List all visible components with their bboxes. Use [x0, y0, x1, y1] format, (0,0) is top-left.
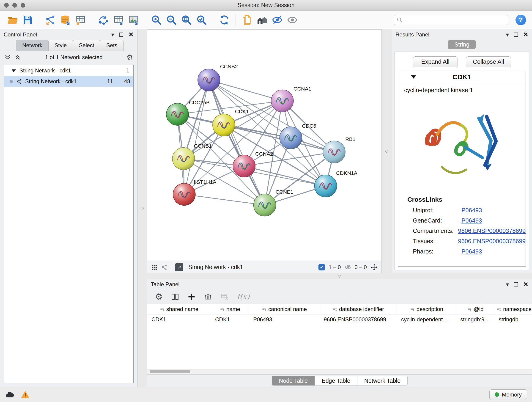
tab-select[interactable]: Select	[73, 40, 100, 51]
panel-close-icon[interactable]: ✕	[523, 281, 528, 288]
zoom-fit-button[interactable]	[180, 13, 193, 27]
search-input[interactable]	[405, 17, 505, 23]
apply-layout-button[interactable]	[218, 13, 231, 27]
export-image-button[interactable]	[127, 13, 140, 27]
function-builder-icon[interactable]: f(x)	[237, 293, 249, 301]
home-button[interactable]	[255, 13, 269, 27]
table-cell[interactable]: 9606.ENSP00000378699	[320, 314, 397, 325]
hide-selected-button[interactable]	[271, 13, 284, 27]
open-document-button[interactable]	[240, 13, 254, 27]
panel-float-icon[interactable]	[514, 32, 518, 37]
panel-float-icon[interactable]	[514, 282, 518, 287]
panel-close-icon[interactable]: ✕	[128, 31, 133, 38]
network-row-selected[interactable]: String Network - cdk1 11 48	[4, 76, 133, 87]
network-node-CDKN1A[interactable]	[315, 175, 337, 197]
section-caret-icon[interactable]	[411, 75, 416, 79]
table-cell[interactable]: stringdb:9...	[456, 314, 495, 325]
network-canvas[interactable]: CCNB2CCNA1CDC25BCDK1CDC6RB1CCNB1CCNA2CDK…	[147, 29, 382, 261]
show-columns-icon[interactable]	[171, 293, 179, 301]
network-edge[interactable]	[184, 194, 265, 205]
column-header-shared-name[interactable]: shared name	[147, 304, 211, 314]
horizontal-splitter[interactable]	[147, 273, 532, 279]
zoom-window-button[interactable]	[21, 3, 25, 7]
network-overview-icon[interactable]	[161, 264, 167, 270]
network-edge[interactable]	[209, 80, 265, 205]
column-header-database-identifier[interactable]: database identifier	[320, 304, 397, 314]
table-cell[interactable]: CDK1	[147, 314, 211, 325]
network-tools-button[interactable]	[97, 13, 110, 27]
hidden-eye-slash-icon[interactable]	[345, 264, 351, 270]
expand-all-tree-icon[interactable]	[14, 54, 21, 61]
table-row[interactable]: CDK1CDK1P064939606.ENSP00000378699cyclin…	[147, 314, 532, 325]
network-node-CDK1[interactable]	[213, 114, 235, 136]
birds-eye-grid-icon[interactable]	[151, 264, 157, 270]
minimize-window-button[interactable]	[12, 3, 17, 7]
table-cell[interactable]: CDK1	[211, 314, 249, 325]
table-cell[interactable]: stringdb	[495, 314, 532, 325]
delete-column-trash-icon[interactable]	[204, 293, 212, 301]
close-window-button[interactable]	[4, 3, 9, 7]
splitter-grip-icon[interactable]	[385, 150, 388, 153]
crosslink-link[interactable]: 9606.ENSP00000378699	[458, 238, 526, 245]
selected-checkbox-icon[interactable]: ✓	[318, 264, 325, 270]
add-column-plus-icon[interactable]	[187, 293, 196, 301]
collapse-all-tree-icon[interactable]	[4, 54, 11, 61]
network-node-RB1[interactable]	[323, 141, 345, 163]
cloud-icon[interactable]	[5, 390, 14, 399]
left-splitter[interactable]	[138, 29, 147, 387]
network-node-CCNE1[interactable]	[254, 194, 276, 216]
open-session-button[interactable]	[6, 13, 19, 27]
zoom-out-button[interactable]	[165, 13, 178, 27]
memory-button[interactable]: Memory	[489, 389, 527, 400]
tab-style[interactable]: Style	[48, 40, 73, 51]
table-cell[interactable]: P06493	[249, 314, 320, 325]
detach-view-button[interactable]: ↗	[175, 263, 183, 271]
column-header-description[interactable]: description	[397, 304, 456, 314]
tab-string[interactable]: String	[448, 40, 476, 49]
tab-edge-table[interactable]: Edge Table	[315, 376, 357, 385]
table-gear-icon[interactable]: ⚙	[155, 293, 163, 301]
panel-float-icon[interactable]	[119, 32, 123, 37]
export-table-button[interactable]	[112, 13, 125, 27]
import-table-file-button[interactable]	[74, 13, 87, 27]
tab-sets[interactable]: Sets	[100, 40, 123, 51]
crosslink-link[interactable]: 9606.ENSP00000378699	[458, 227, 526, 235]
pan-crosshair-icon[interactable]	[370, 264, 378, 271]
network-node-CCNB1[interactable]	[172, 148, 195, 170]
tab-node-table[interactable]: Node Table	[272, 376, 315, 385]
panel-menu-icon[interactable]: ▾	[506, 281, 509, 288]
search-box[interactable]	[394, 15, 508, 25]
splitter-grip-icon[interactable]	[141, 207, 144, 210]
zoom-selected-button[interactable]	[195, 13, 208, 27]
network-edge[interactable]	[209, 80, 282, 101]
network-node-HIST1H1A[interactable]	[173, 183, 195, 206]
panel-menu-icon[interactable]: ▾	[506, 31, 509, 38]
network-graph[interactable]: CCNB2CCNA1CDC25BCDK1CDC6RB1CCNB1CCNA2CDK…	[147, 30, 381, 261]
splitter-grip-icon[interactable]	[338, 275, 341, 278]
expand-all-button[interactable]: Expand All	[413, 56, 458, 67]
import-network-database-button[interactable]	[59, 13, 72, 27]
column-header-id[interactable]: @id	[456, 304, 495, 314]
crosslink-link[interactable]: P06493	[462, 217, 482, 224]
column-header-canonical-name[interactable]: canonical name	[249, 304, 320, 314]
show-all-button[interactable]	[286, 13, 299, 27]
save-session-button[interactable]	[21, 13, 34, 27]
zoom-in-button[interactable]	[150, 13, 163, 27]
crosslink-link[interactable]: P06493	[462, 207, 482, 214]
network-node-CCNA2[interactable]	[233, 155, 255, 177]
horizontal-scrollbar-thumb[interactable]	[150, 370, 190, 373]
table-cell[interactable]: cyclin-dependent ...	[397, 314, 456, 325]
warning-icon[interactable]	[21, 390, 30, 399]
crosslink-link[interactable]: P06493	[462, 248, 482, 255]
tree-caret-icon[interactable]	[12, 70, 16, 72]
column-header-namespace[interactable]: namespace	[495, 304, 532, 314]
network-node-CDC25B[interactable]	[166, 103, 189, 125]
column-header-name[interactable]: name	[211, 304, 249, 314]
tab-network-table[interactable]: Network Table	[357, 376, 408, 385]
help-button[interactable]: ?	[515, 15, 526, 25]
network-collection-row[interactable]: String Network - cdk1 1	[4, 65, 133, 76]
horizontal-scrollbar-track[interactable]	[147, 369, 532, 374]
tab-network[interactable]: Network	[16, 40, 49, 51]
collapse-all-button[interactable]: Collapse All	[466, 56, 511, 67]
network-edge[interactable]	[184, 80, 209, 194]
